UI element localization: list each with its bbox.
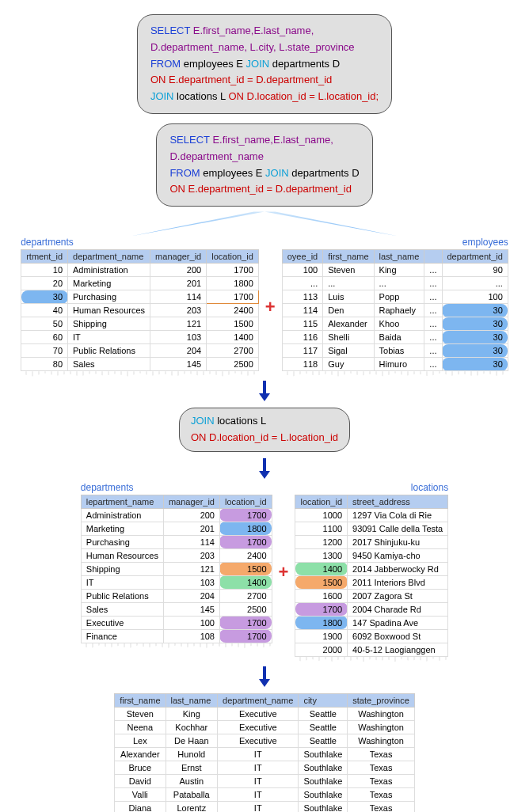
- table-row: Sales145 2500: [81, 602, 272, 616]
- table-row: 19006092 Boxwood St: [295, 629, 448, 643]
- table-row: 14002014 Jabberwocky Rd: [295, 562, 448, 575]
- table-row: ......... ......: [282, 277, 508, 290]
- col-header: department_name: [218, 693, 299, 707]
- table-row: AlexanderHunoldITSouthlakeTexas: [115, 747, 415, 761]
- arrow-down-icon: [259, 381, 270, 401]
- table-row: Public Relations204 2700: [81, 589, 272, 602]
- result-table: first_namelast_namedepartment_namecityst…: [114, 693, 415, 812]
- col-header: street_address: [348, 495, 448, 508]
- table-row: 200040-5-12 Laogianggen: [295, 643, 448, 656]
- table-row: NeenaKochharExecutiveSeattleWashington: [115, 720, 415, 734]
- table-row: 15002011 Interiors Blvd: [295, 575, 448, 589]
- col-header: department_name: [68, 250, 150, 264]
- table-row: 70Public Relations 2042700: [21, 344, 259, 358]
- table-row: DianaLorentzITSouthlakeTexas: [115, 801, 415, 812]
- table-row: StevenKingExecutiveSeattleWashington: [115, 707, 415, 720]
- col-header: lepartment_name: [81, 495, 163, 508]
- table-row: 118GuyHimuro ...30: [282, 358, 508, 371]
- table-row: 116ShelliBaida ...30: [282, 331, 508, 344]
- table-row: Shipping121 1500: [81, 562, 272, 575]
- table-row: 16002007 Zagora St: [295, 589, 448, 602]
- col-header: first_name: [323, 250, 374, 264]
- table-row: 113LuisPopp ...100: [282, 290, 508, 304]
- table-row: 10001297 Via Cola di Rie: [295, 508, 448, 522]
- col-header: last_name: [166, 693, 218, 707]
- col-header: manager_id: [150, 250, 207, 264]
- col-header: first_name: [115, 693, 166, 707]
- table-row: Human Resources203 2400: [81, 548, 272, 562]
- table-row: 80Sales 1452500: [21, 358, 259, 371]
- table-row: LexDe HaanExecutiveSeattleWashington: [115, 734, 415, 747]
- col-header: last_name: [374, 250, 424, 264]
- table-row: 12002017 Shinjuku-ku: [295, 535, 448, 548]
- col-header: [424, 250, 442, 264]
- table-row: 114DenRaphaely ...30: [282, 304, 508, 317]
- table-row: BruceErnstITSouthlakeTexas: [115, 761, 415, 774]
- sql-box-main: SELECT E.first_name,E.last_name, D.depar…: [137, 14, 392, 114]
- table-row: 110093091 Calle della Testa: [295, 522, 448, 535]
- sql-box-inner-join: SELECT E.first_name,E.last_name, D.depar…: [156, 123, 372, 207]
- table-row: 13009450 Kamiya-cho: [295, 548, 448, 562]
- table-row: 115AlexanderKhoo ...30: [282, 317, 508, 331]
- table-row: 17002004 Charade Rd: [295, 602, 448, 616]
- table-row: ValliPataballaITSouthlakeTexas: [115, 787, 415, 801]
- col-header: city: [299, 693, 348, 707]
- plus-icon: +: [262, 297, 279, 317]
- col-header: location_id: [295, 495, 348, 508]
- table-row: 1800147 Spadina Ave: [295, 616, 448, 629]
- col-header: location_id: [207, 250, 259, 264]
- kw-select: SELECT: [150, 25, 193, 36]
- table-row: 20Marketing 2011800: [21, 277, 259, 290]
- table-row: 10Administration 2001700: [21, 264, 259, 277]
- departments-table-1: departments rtment_iddepartment_namemana…: [21, 237, 259, 378]
- locations-table: locations location_idstreet_address 1000…: [295, 482, 448, 663]
- table-row: DavidAustinITSouthlakeTexas: [115, 774, 415, 787]
- col-header: state_province: [348, 693, 415, 707]
- col-header: department_id: [442, 250, 508, 264]
- table-row: 100StevenKing ...90: [282, 264, 508, 277]
- table-row: Finance108 1700: [81, 629, 272, 643]
- departments-table-2: departments lepartment_namemanager_idloc…: [81, 482, 272, 650]
- table-row: Executive100 1700: [81, 616, 272, 629]
- arrow-down-icon: [259, 666, 270, 687]
- table-row: Purchasing114 1700: [81, 535, 272, 548]
- arrow-down-icon: [259, 458, 270, 479]
- converge-arrows-icon: [8, 210, 521, 237]
- table-row: Administration200 1700: [81, 508, 272, 522]
- employees-table: employees oyee_idfirst_namelast_namedepa…: [282, 237, 508, 378]
- table-row: 40Human Resources 2032400: [21, 304, 259, 317]
- table-row: 50Shipping 1211500: [21, 317, 259, 331]
- col-header: manager_id: [163, 495, 219, 508]
- sql-box-join-locations: JOIN locations L ON D.location_id = L.lo…: [179, 408, 350, 452]
- plus-icon: +: [276, 562, 292, 582]
- table-row: IT103 1400: [81, 575, 272, 589]
- col-header: oyee_id: [282, 250, 323, 264]
- table-row: 60IT 1031400: [21, 331, 259, 344]
- table-row: 30Purchasing 1141700: [21, 290, 259, 304]
- col-header: location_id: [219, 495, 272, 508]
- table-row: Marketing201 1800: [81, 522, 272, 535]
- table-row: 117SigalTobias ...30: [282, 344, 508, 358]
- col-header: rtment_id: [21, 250, 68, 264]
